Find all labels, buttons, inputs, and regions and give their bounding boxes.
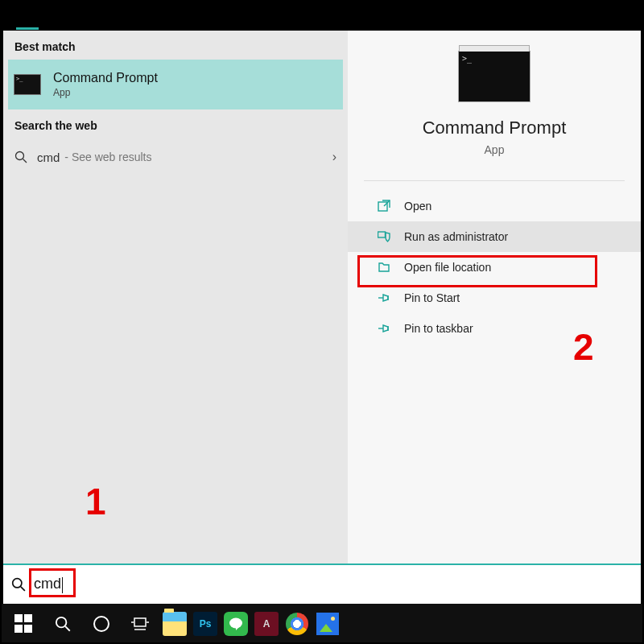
photos-button[interactable] [316,612,340,636]
svg-line-14 [65,626,70,631]
open-icon [377,200,391,213]
autocad-button[interactable]: A [254,612,279,636]
task-view-icon [130,616,150,632]
action-label: Pin to taskbar [404,322,473,335]
action-open[interactable]: Open [348,191,641,221]
line-app-button[interactable] [224,612,248,636]
svg-rect-15 [134,618,146,626]
action-list: Open Run as administrator Open file loca… [348,191,641,344]
preview-title: Command Prompt [348,118,641,138]
action-open-file-location[interactable]: Open file location [348,252,641,283]
chrome-icon [286,613,308,635]
action-label: Open [404,200,431,213]
start-search-panel: Best match Command Prompt App Search the… [3,3,641,604]
preview-subtitle: App [348,143,641,156]
pin-icon [377,291,391,304]
best-match-title: Command Prompt [53,71,158,85]
web-hint-text: - See web results [64,151,151,163]
photoshop-button[interactable]: Ps [193,612,217,636]
chevron-right-icon: › [332,150,336,164]
svg-rect-4 [378,232,386,237]
taskbar-search-button[interactable] [43,605,82,643]
text-caret [62,577,63,593]
action-pin-to-start[interactable]: Pin to Start [348,283,641,313]
photos-icon [316,613,339,635]
svg-point-13 [56,617,67,628]
best-match-heading: Best match [3,31,348,60]
svg-marker-6 [383,295,388,301]
cortana-icon [93,616,109,632]
svg-line-12 [21,587,25,591]
command-prompt-icon [459,52,530,101]
web-query-text: cmd [37,151,60,164]
svg-line-1 [23,159,27,163]
search-icon [55,616,71,632]
line-icon [229,617,243,631]
pin-icon [377,322,391,335]
action-label: Run as administrator [404,230,508,243]
best-match-result[interactable]: Command Prompt App [8,60,343,109]
svg-point-11 [13,579,22,588]
search-icon [11,577,26,592]
taskbar: Ps A [0,604,644,644]
start-button[interactable] [5,605,43,643]
search-web-heading: Search the web [3,109,348,138]
web-result-row[interactable]: cmd - See web results › [3,138,348,175]
svg-rect-2 [378,202,387,211]
separator [364,180,625,181]
svg-point-19 [229,618,242,629]
search-icon [14,151,27,163]
folder-icon [377,261,391,274]
file-explorer-button[interactable] [163,612,187,636]
action-label: Pin to Start [404,291,460,304]
action-run-as-admin[interactable]: Run as administrator [348,221,641,252]
windows-logo-icon [14,614,34,634]
command-prompt-icon [14,75,40,94]
search-tabs-bar [3,3,641,31]
preview-icon-wrap [348,52,641,101]
search-input-row[interactable]: cmd [3,564,641,604]
task-view-button[interactable] [121,605,159,643]
results-column: Best match Command Prompt App Search the… [3,31,348,567]
preview-column: Command Prompt App Open Run as administr… [348,31,641,567]
search-input[interactable]: cmd [34,576,63,592]
action-label: Open file location [404,261,491,274]
best-match-subtitle: App [53,87,158,98]
shield-icon [377,230,391,243]
svg-point-0 [16,152,24,160]
cortana-button[interactable] [82,605,121,643]
active-tab-indicator [16,27,39,30]
search-input-value: cmd [34,576,61,592]
chrome-button[interactable] [285,612,309,636]
best-match-text: Command Prompt App [53,71,158,98]
svg-marker-9 [383,325,388,332]
action-pin-to-taskbar[interactable]: Pin to taskbar [348,313,641,344]
